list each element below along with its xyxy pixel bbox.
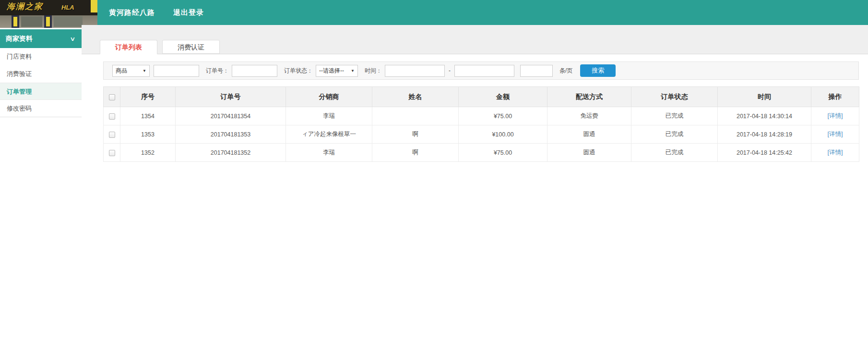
cell-seq: 1354 — [120, 107, 176, 125]
table-row: 1353 201704181353 ィア冷起来像根草一 啊 ¥100.00 圆通… — [104, 125, 859, 144]
filter-bar: 商品 ▼ 订单号： 订单状态： --请选择-- ▼ 时间： - 条/页 搜索 — [103, 61, 859, 80]
row-checkbox[interactable] — [109, 150, 115, 156]
cell-status: 已完成 — [631, 144, 718, 162]
photo-window — [54, 16, 83, 27]
photo-yellow-sign — [91, 0, 97, 12]
cell-distributor: 李瑞 — [286, 144, 372, 162]
table-row: 1352 201704181352 李瑞 啊 ¥75.00 圆通 已完成 201… — [104, 144, 859, 162]
cell-action: [详情] — [811, 144, 859, 162]
order-status-label: 订单状态： — [284, 67, 313, 75]
col-header-seq: 序号 — [120, 87, 176, 107]
order-status-select[interactable]: --请选择-- ▼ — [316, 65, 358, 77]
per-page-label: 条/页 — [559, 67, 572, 75]
cell-seq: 1353 — [120, 125, 176, 144]
col-header-distributor: 分销商 — [286, 87, 372, 107]
time-range-separator: - — [449, 67, 451, 74]
sidebar-item-consume-verify[interactable]: 消费验证 — [0, 65, 82, 83]
photo-pillar — [44, 15, 52, 28]
cell-shipping: 圆通 — [547, 125, 631, 144]
cell-order-no: 201704181352 — [176, 144, 286, 162]
sidebar-header-merchant-info[interactable]: 商家资料 ∨ — [0, 29, 82, 48]
topbar: 黄河路经八路 退出登录 — [0, 0, 868, 25]
photo-window — [21, 16, 42, 27]
content-header-strip: 订单列表 消费认证 — [82, 25, 868, 54]
order-status-select-value: --请选择-- — [319, 67, 344, 75]
tab-consume-auth[interactable]: 消费认证 — [162, 40, 220, 54]
product-keyword-input[interactable] — [154, 65, 199, 77]
cell-name — [372, 107, 459, 125]
storefront-photo: 海澜之家 HLA — [0, 0, 97, 28]
cell-seq: 1352 — [120, 144, 176, 162]
cell-time: 2017-04-18 14:25:42 — [718, 144, 811, 162]
cell-name: 啊 — [372, 144, 459, 162]
order-no-label: 订单号： — [206, 67, 229, 75]
row-checkbox[interactable] — [109, 113, 115, 120]
table-header-row: 序号 订单号 分销商 姓名 金额 配送方式 订单状态 时间 操作 — [104, 87, 859, 107]
dropdown-arrow-icon: ▼ — [143, 69, 146, 73]
sidebar-item-order-management[interactable]: 订单管理 — [0, 83, 82, 100]
cell-status: 已完成 — [631, 107, 718, 125]
cell-name: 啊 — [372, 125, 459, 144]
product-select[interactable]: 商品 ▼ — [112, 65, 150, 77]
tabs: 订单列表 消费认证 — [100, 40, 220, 54]
tab-order-list[interactable]: 订单列表 — [100, 40, 157, 54]
cell-time: 2017-04-18 14:28:19 — [718, 125, 811, 144]
photo-banner — [46, 17, 50, 26]
cell-amount: ¥75.00 — [459, 107, 547, 125]
detail-link[interactable]: [详情] — [828, 131, 843, 137]
col-header-time: 时间 — [718, 87, 811, 107]
product-select-value: 商品 — [116, 67, 127, 75]
sidebar-item-change-password[interactable]: 修改密码 — [0, 100, 82, 117]
time-from-input[interactable] — [385, 65, 445, 77]
sidebar-item-store-info[interactable]: 门店资料 — [0, 48, 82, 65]
photo-brand-text: 海澜之家 — [7, 1, 43, 12]
select-all-cell — [104, 87, 120, 107]
cell-distributor: ィア冷起来像根草一 — [286, 125, 372, 144]
topbar-nav: 黄河路经八路 退出登录 — [109, 0, 204, 25]
sidebar-header-label: 商家资料 — [6, 35, 33, 43]
logout-link[interactable]: 退出登录 — [173, 8, 204, 17]
cell-action: [详情] — [811, 125, 859, 144]
sidebar: 商家资料 ∨ 门店资料 消费验证 订单管理 修改密码 — [0, 28, 82, 117]
cell-distributor: 李瑞 — [286, 107, 372, 125]
per-page-input[interactable] — [520, 65, 553, 77]
detail-link[interactable]: [详情] — [828, 112, 843, 119]
cell-shipping: 圆通 — [547, 144, 631, 162]
order-no-input[interactable] — [232, 65, 277, 77]
table-row: 1354 201704181354 李瑞 ¥75.00 免运费 已完成 2017… — [104, 107, 859, 125]
detail-link[interactable]: [详情] — [828, 149, 843, 156]
cell-status: 已完成 — [631, 125, 718, 144]
col-header-action: 操作 — [811, 87, 859, 107]
cell-shipping: 免运费 — [547, 107, 631, 125]
orders-table: 序号 订单号 分销商 姓名 金额 配送方式 订单状态 时间 操作 1354 20… — [103, 86, 859, 162]
row-checkbox-cell — [104, 144, 120, 162]
col-header-amount: 金额 — [459, 87, 547, 107]
search-button[interactable]: 搜索 — [580, 64, 616, 77]
chevron-down-icon: ∨ — [70, 36, 75, 42]
photo-brand-letters: HLA — [61, 4, 74, 11]
col-header-order-no: 订单号 — [176, 87, 286, 107]
cell-order-no: 201704181353 — [176, 125, 286, 144]
time-to-input[interactable] — [454, 65, 514, 77]
select-all-checkbox[interactable] — [109, 94, 115, 100]
cell-time: 2017-04-18 14:30:14 — [718, 107, 811, 125]
row-checkbox[interactable] — [109, 132, 115, 138]
cell-amount: ¥75.00 — [459, 144, 547, 162]
cell-amount: ¥100.00 — [459, 125, 547, 144]
row-checkbox-cell — [104, 107, 120, 125]
cell-action: [详情] — [811, 107, 859, 125]
photo-pillar — [12, 15, 19, 28]
time-label: 时间： — [365, 67, 382, 75]
dropdown-arrow-icon: ▼ — [351, 69, 355, 73]
row-checkbox-cell — [104, 125, 120, 144]
col-header-shipping: 配送方式 — [547, 87, 631, 107]
store-name-link[interactable]: 黄河路经八路 — [109, 8, 155, 17]
photo-banner — [13, 17, 17, 26]
cell-order-no: 201704181354 — [176, 107, 286, 125]
col-header-status: 订单状态 — [631, 87, 718, 107]
col-header-name: 姓名 — [372, 87, 459, 107]
